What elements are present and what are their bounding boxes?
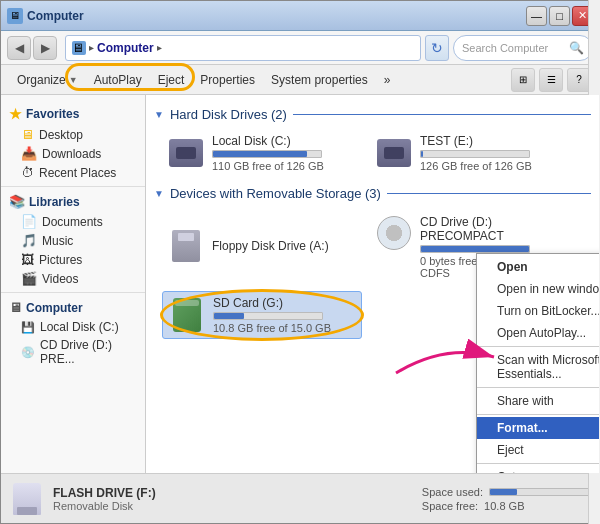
computer-header[interactable]: 🖥 Computer [1,297,145,318]
test-e-hdd-inner [384,147,404,159]
ctx-sep-3 [477,414,599,415]
sidebar-item-cd-drive[interactable]: 💿 CD Drive (D:) PRE... [1,336,145,368]
sidebar-item-videos[interactable]: 🎬 Videos [1,269,145,288]
properties-label: Properties [200,73,255,87]
cd-d-bar-container [420,245,530,253]
minimize-button[interactable]: — [526,6,547,26]
downloads-label: Downloads [42,147,101,161]
test-e-bar-container [420,150,530,158]
path-arrow-1: ▸ [89,42,94,53]
maximize-button[interactable]: □ [549,6,570,26]
ctx-open[interactable]: Open [477,256,599,278]
removable-title: Devices with Removable Storage (3) [170,186,381,201]
sd-g-space: 10.8 GB free of 15.0 GB [213,322,331,334]
view-options-button[interactable]: ⊞ [511,68,535,92]
ctx-open-new-window[interactable]: Open in new window [477,278,599,300]
cd-graphic [377,216,411,250]
removable-triangle: ▼ [154,188,164,199]
hard-disk-title: Hard Disk Drives (2) [170,107,287,122]
drive-sd-g[interactable]: SD Card (G:) 10.8 GB free of 15.0 GB [162,291,362,339]
space-free-value: 10.8 GB [484,500,524,512]
forward-button[interactable]: ▶ [33,36,57,60]
more-label: » [384,73,391,87]
autoplay-button[interactable]: AutoPlay [86,66,150,94]
search-icon[interactable]: 🔍 [569,41,584,55]
recent-label: Recent Places [39,166,116,180]
ctx-sep-1 [477,346,599,347]
sidebar-item-desktop[interactable]: 🖥 Desktop [1,125,145,144]
path-arrow-2: ▸ [157,42,162,53]
ctx-share-label: Share with [497,394,554,408]
system-properties-button[interactable]: System properties [263,66,376,94]
explorer-window: 🖥 Computer — □ ✕ ◀ ▶ 🖥 ▸ Computer ▸ ↻ Se… [0,0,600,524]
more-button[interactable]: » [376,66,399,94]
sidebar-item-pictures[interactable]: 🖼 Pictures [1,250,145,269]
libraries-header[interactable]: 📚 Libraries [1,191,145,212]
status-drive-info: FLASH DRIVE (F:) Removable Disk [53,486,412,512]
sidebar-item-music[interactable]: 🎵 Music [1,231,145,250]
sidebar-item-downloads[interactable]: 📥 Downloads [1,144,145,163]
pictures-label: Pictures [39,253,82,267]
content-area: ▼ Hard Disk Drives (2) Local Disk (C:) [146,95,599,473]
properties-button[interactable]: Properties [192,66,263,94]
view-list-button[interactable]: ☰ [539,68,563,92]
sidebar-item-documents[interactable]: 📄 Documents [1,212,145,231]
drive-test-e[interactable]: TEST (E:) 126 GB free of 126 GB [370,130,570,176]
test-e-drive-icon [376,135,412,171]
cd-d-bar-fill [421,246,529,252]
path-computer-icon: 🖥 [72,41,86,55]
search-placeholder: Search Computer [462,42,565,54]
sd-g-name: SD Card (G:) [213,296,331,310]
test-e-info: TEST (E:) 126 GB free of 126 GB [420,134,532,172]
videos-label: Videos [42,272,78,286]
ctx-share[interactable]: Share with ▶ [477,390,599,412]
main-area: ★ Favorites 🖥 Desktop 📥 Downloads ⏱ Rece… [1,95,599,473]
title-bar-left: 🖥 Computer [7,8,84,24]
sd-g-info: SD Card (G:) 10.8 GB free of 15.0 GB [213,296,331,334]
ctx-sep-4 [477,463,599,464]
libraries-section: 📚 Libraries 📄 Documents 🎵 Music 🖼 Pictur… [1,191,145,288]
flash-drive-type: Removable Disk [53,500,412,512]
organize-button[interactable]: Organize ▼ [9,66,86,94]
address-path[interactable]: 🖥 ▸ Computer ▸ [65,35,421,61]
drive-floppy-a[interactable]: Floppy Disk Drive (A:) [162,209,362,283]
sd-g-icon-container [169,297,205,333]
sidebar-item-local-disk[interactable]: 💾 Local Disk (C:) [1,318,145,336]
search-box[interactable]: Search Computer 🔍 [453,35,593,61]
system-properties-label: System properties [271,73,368,87]
context-menu: Open Open in new window Turn on BitLocke… [476,253,599,473]
local-c-bar-container [212,150,322,158]
ctx-eject[interactable]: Eject [477,439,599,461]
favorites-section: ★ Favorites 🖥 Desktop 📥 Downloads ⏱ Rece… [1,103,145,182]
space-used-row: Space used: [422,486,589,498]
toolbar-right: ⊞ ☰ ? [511,68,591,92]
test-e-hdd-graphic [377,139,411,167]
cd-drive-icon: 💿 [21,346,35,359]
hard-disk-section-header: ▼ Hard Disk Drives (2) [154,107,591,122]
drive-local-c[interactable]: Local Disk (C:) 110 GB free of 126 GB [162,130,362,176]
title-buttons: — □ ✕ [526,6,593,26]
ctx-bitlocker[interactable]: Turn on BitLocker... [477,300,599,322]
music-label: Music [42,234,73,248]
documents-icon: 📄 [21,214,37,229]
toolbar: Organize ▼ AutoPlay Eject Properties Sys… [1,65,599,95]
removable-section-header: ▼ Devices with Removable Storage (3) [154,186,591,201]
ctx-format[interactable]: Format... [477,417,599,439]
ctx-sep-2 [477,387,599,388]
eject-button[interactable]: Eject [150,66,193,94]
test-e-bar-fill [421,151,423,157]
ctx-cut[interactable]: Cut [477,466,599,473]
status-space-section: Space used: Space free: 10.8 GB [422,486,589,512]
floppy-a-info: Floppy Disk Drive (A:) [212,239,329,253]
refresh-button[interactable]: ↻ [425,35,449,61]
recent-icon: ⏱ [21,165,34,180]
favorites-header[interactable]: ★ Favorites [1,103,145,125]
back-button[interactable]: ◀ [7,36,31,60]
sidebar-item-recent[interactable]: ⏱ Recent Places [1,163,145,182]
organize-label: Organize [17,73,66,87]
sd-g-icon [169,297,205,333]
music-icon: 🎵 [21,233,37,248]
ctx-autoplay[interactable]: Open AutoPlay... [477,322,599,344]
ctx-scan[interactable]: Scan with Microsoft Security Essentials.… [477,349,599,385]
space-free-row: Space free: 10.8 GB [422,500,589,512]
